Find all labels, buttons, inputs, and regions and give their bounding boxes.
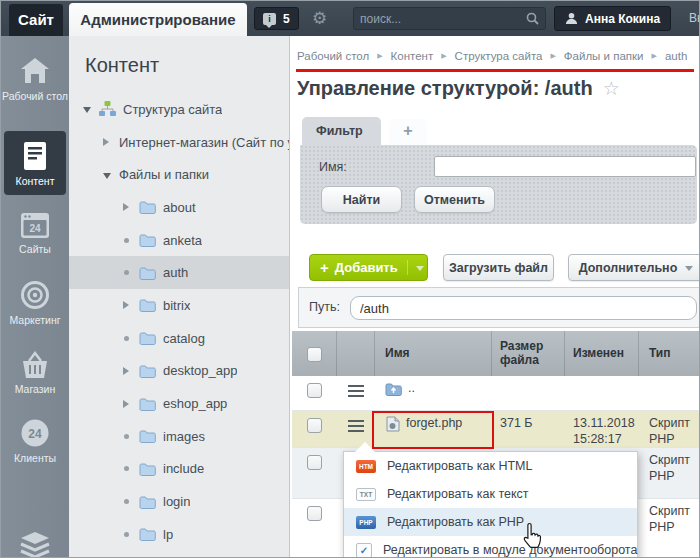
- search-input[interactable]: [354, 12, 526, 26]
- tree-item-auth[interactable]: auth: [69, 256, 289, 289]
- leaf-dot-icon: [123, 499, 139, 504]
- select-all-checkbox[interactable]: [307, 347, 322, 362]
- chevron-down-icon[interactable]: [83, 101, 99, 117]
- breadcrumb-separator-icon: ▶: [550, 52, 555, 60]
- text-icon: ТХТ: [356, 488, 376, 501]
- sitemap-icon: [99, 101, 116, 117]
- find-button[interactable]: Найти: [321, 186, 402, 213]
- tree-item-site-structure[interactable]: Структура сайта: [69, 93, 289, 126]
- sidebar-item-more[interactable]: [1, 532, 69, 558]
- user-menu-button[interactable]: Анна Кокина: [554, 6, 671, 31]
- layers-icon: [19, 532, 51, 558]
- folder-icon: [139, 364, 156, 378]
- tree-item-include[interactable]: include: [69, 453, 289, 486]
- menu-item-edit-php[interactable]: PHP Редактировать как PHP: [344, 508, 637, 536]
- check-icon: ✓: [356, 543, 372, 558]
- more-button[interactable]: Дополнительно: [568, 254, 700, 281]
- breadcrumb-item[interactable]: Рабочий стол: [297, 50, 369, 62]
- breadcrumb-item[interactable]: auth: [665, 50, 687, 62]
- tree-item-bitrix[interactable]: bitrix: [69, 289, 289, 322]
- sidebar-item-sites[interactable]: 24 Сайты: [1, 212, 69, 255]
- tree-item-about[interactable]: about: [69, 191, 289, 224]
- column-header-size[interactable]: Размер файла: [492, 331, 565, 376]
- chevron-down-icon[interactable]: [103, 167, 119, 183]
- svg-text:24: 24: [28, 427, 42, 441]
- filter-name-input[interactable]: [434, 156, 696, 177]
- folder-icon: [139, 462, 156, 476]
- plus-icon: +: [320, 259, 329, 276]
- add-button[interactable]: + Добавить: [309, 254, 428, 281]
- sidebar-item-marketing[interactable]: Маркетинг: [1, 280, 69, 326]
- row-checkbox[interactable]: [307, 418, 322, 433]
- annotation-box: [372, 411, 494, 449]
- file-type: Скрипт PHP: [639, 499, 700, 558]
- sidebar-item-shop[interactable]: Магазин: [1, 351, 69, 395]
- menu-item-edit-text[interactable]: ТХТ Редактировать как текст: [344, 480, 637, 508]
- chevron-right-icon[interactable]: [123, 400, 139, 408]
- menu-item-edit-workflow[interactable]: ✓ Редактировать в модуле документооборот…: [344, 536, 637, 558]
- tree-item-internet-shop[interactable]: Интернет-магазин (Сайт по ум: [69, 126, 289, 159]
- tree-item-login[interactable]: login: [69, 485, 289, 518]
- favorite-star-icon[interactable]: ☆: [603, 77, 620, 100]
- breadcrumb-item[interactable]: Контент: [391, 50, 434, 62]
- main-content: Рабочий стол ▶ Контент ▶ Структура сайта…: [290, 36, 700, 558]
- folder-icon: [139, 266, 156, 280]
- sidebar-item-clients[interactable]: 24 Клиенты: [1, 418, 69, 464]
- tree-item-desktop-app[interactable]: desktop_app: [69, 355, 289, 388]
- tree-item-lp[interactable]: lp: [69, 518, 289, 551]
- tree-item-eshop-app[interactable]: eshop_app: [69, 387, 289, 420]
- tree-item-files-folders[interactable]: Файлы и папки: [69, 158, 289, 191]
- notification-count: 5: [283, 12, 290, 26]
- menu-item-edit-html[interactable]: HTM Редактировать как HTML: [344, 452, 637, 480]
- column-header-name[interactable]: Имя: [375, 331, 492, 376]
- svg-text:24: 24: [29, 223, 41, 234]
- tree-item-catalog[interactable]: catalog: [69, 322, 289, 355]
- html-icon: HTM: [356, 460, 376, 473]
- add-filter-tab[interactable]: +: [389, 119, 427, 145]
- context-menu: HTM Редактировать как HTML ТХТ Редактиро…: [343, 451, 638, 558]
- upload-file-button[interactable]: Загрузить файл: [443, 254, 554, 281]
- leaf-dot-icon: [123, 238, 139, 243]
- breadcrumb-item[interactable]: Структура сайта: [455, 50, 543, 62]
- row-menu-icon[interactable]: [348, 385, 364, 397]
- file-type: Скрипт PHP: [639, 448, 700, 498]
- chevron-right-icon[interactable]: [103, 138, 119, 146]
- notifications-button[interactable]: i 5: [254, 7, 299, 30]
- sidebar-item-desktop[interactable]: Рабочий стол: [1, 56, 69, 102]
- row-menu-icon[interactable]: [348, 420, 364, 432]
- folder-icon: [139, 200, 156, 214]
- logout-link[interactable]: Вы: [689, 11, 700, 25]
- path-input[interactable]: [350, 296, 697, 320]
- tab-admin[interactable]: Администрирование: [69, 3, 247, 36]
- chevron-right-icon[interactable]: [123, 203, 139, 211]
- row-checkbox[interactable]: [307, 455, 322, 470]
- tree-item-anketa[interactable]: anketa: [69, 224, 289, 257]
- chevron-right-icon[interactable]: [123, 367, 139, 375]
- table-row-up[interactable]: ..: [292, 376, 700, 411]
- sidebar-item-content[interactable]: Контент: [4, 131, 66, 195]
- table-row-forget-php[interactable]: forget.php 371 Б 13.11.2018 15:28:17 Скр…: [292, 411, 700, 448]
- leaf-dot-icon: [123, 434, 139, 439]
- folder-icon: [139, 429, 156, 443]
- chevron-right-icon[interactable]: [123, 301, 139, 309]
- folder-icon: [139, 495, 156, 509]
- column-header-modified[interactable]: Изменен: [565, 331, 639, 376]
- column-header-type[interactable]: Тип: [639, 331, 700, 376]
- clients-icon: 24: [20, 418, 50, 448]
- filter-tab[interactable]: Фильтр: [302, 117, 381, 145]
- basket-icon: [19, 351, 51, 379]
- cancel-button[interactable]: Отменить: [414, 186, 495, 213]
- menu-column-header: [337, 331, 375, 376]
- sites-icon: 24: [20, 212, 50, 239]
- row-checkbox[interactable]: [307, 506, 322, 521]
- search-icon: [526, 12, 539, 25]
- tree-item-images[interactable]: images: [69, 420, 289, 453]
- sidebar-item-label: Клиенты: [14, 452, 56, 464]
- row-checkbox[interactable]: [307, 383, 322, 398]
- info-bubble-icon: i: [263, 13, 276, 25]
- sidebar-item-label: Рабочий стол: [2, 90, 68, 102]
- content-tree-panel: Контент Структура сайта Интернет-магазин…: [69, 36, 290, 558]
- gear-icon[interactable]: ⚙: [312, 8, 327, 29]
- tab-site[interactable]: Сайт: [9, 4, 63, 36]
- breadcrumb-item[interactable]: Файлы и папки: [564, 50, 644, 62]
